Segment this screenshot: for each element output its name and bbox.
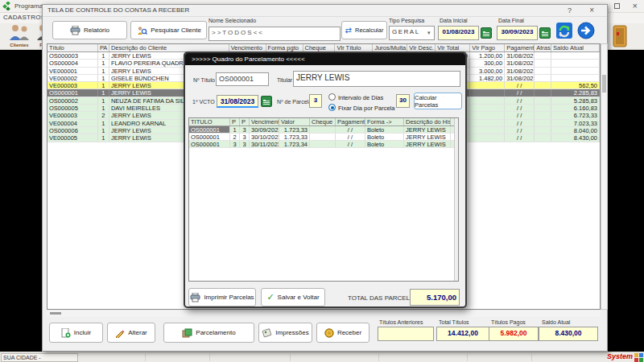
export-excel-button[interactable]	[555, 22, 573, 42]
cell-pa: 1	[98, 82, 109, 88]
receber-button[interactable]: Receber	[316, 323, 369, 343]
brand-logo-icon	[634, 353, 643, 362]
num-titulo-field[interactable]: OS000001	[216, 72, 269, 86]
saldo-atual-label: Saldo Atual	[542, 319, 570, 325]
cell-p1: 1	[230, 126, 240, 133]
column-header[interactable]: Pagamento	[336, 118, 365, 125]
table-row[interactable]: OS0000013330/11/20231.723,34/ /BoletoJER…	[189, 141, 458, 148]
column-header[interactable]: P	[230, 118, 240, 125]
column-header[interactable]: Forma pgto	[266, 44, 303, 51]
tipo-pesquisa-select[interactable]: GERAL ▾	[389, 26, 435, 40]
column-header[interactable]: Pagamento	[505, 44, 535, 51]
column-header[interactable]: Vlr Total	[436, 44, 470, 51]
scrollbar-thumb[interactable]	[50, 312, 61, 315]
menu-cadastros[interactable]: CADASTROS	[3, 14, 46, 21]
vertical-scrollbar[interactable]	[601, 43, 608, 310]
table-row[interactable]: OS0000012330/10/20231.723,33/ /BoletoJER…	[189, 134, 458, 141]
radio-fixar-dia[interactable]	[328, 104, 336, 111]
column-header[interactable]: Vencimento	[250, 118, 279, 125]
parcelas-table[interactable]: TITULOPPVencimentoValorChequePagamentoFo…	[188, 117, 459, 282]
window-titlebar[interactable]: TELA DE CONTROLE DO CONTAS A RECEBER ? ×	[43, 5, 607, 17]
vertical-scrollbar[interactable]	[454, 118, 459, 282]
clients-people-icon	[7, 24, 31, 42]
cell-descricao: JERRY LEWIS	[404, 134, 451, 140]
column-header[interactable]: Juros/Multa	[373, 44, 407, 51]
table-row[interactable]: OS0000011330/09/20231.723,33/ /BoletoJER…	[189, 126, 458, 134]
cell-forma: Boleto	[365, 141, 404, 147]
cell-atraso	[535, 112, 551, 118]
calendar-icon[interactable]	[481, 27, 492, 39]
cell-atraso	[535, 82, 551, 88]
column-header[interactable]: Vlr Desc.	[407, 44, 436, 51]
column-header[interactable]: PA	[98, 44, 109, 51]
column-header[interactable]: Descrição do His	[404, 118, 451, 125]
incluir-button[interactable]: Incluir	[49, 323, 103, 343]
titulos-pagos-field: 5.982,00	[489, 327, 539, 341]
nome-selecionado-field[interactable]: >>TODOS<<	[208, 27, 341, 41]
column-header[interactable]: Atraso	[535, 44, 551, 51]
help-icon[interactable]: ?	[568, 6, 572, 14]
salvar-voltar-button[interactable]: ✓ Salvar e Voltar	[261, 288, 325, 306]
column-header[interactable]: Título	[47, 44, 98, 51]
maximize-icon[interactable]	[614, 2, 620, 10]
cell-vlr_pago	[470, 105, 505, 111]
cell-p1: 2	[230, 134, 240, 140]
cell-vlr_pago: 1.482,00	[470, 75, 505, 81]
cell-pagamento: / /	[505, 120, 535, 126]
data-inicial-field[interactable]: 01/08/2023	[438, 26, 479, 40]
app-close-icon[interactable]: ×	[633, 1, 638, 10]
cell-p1: 3	[230, 141, 240, 147]
dialog-titlebar[interactable]: >>>>> Quadro do Parcelamento <<<<<	[185, 53, 465, 65]
dia-parcela-field[interactable]: 30	[396, 94, 410, 108]
column-header[interactable]: Vencimento	[229, 44, 266, 51]
cell-saldo: 8.430,00	[551, 134, 600, 141]
column-header[interactable]: Vlr Pago	[470, 44, 505, 51]
column-header[interactable]: TITULO	[189, 118, 230, 125]
radio-intervalo-label[interactable]: Intervalo de Dias	[338, 94, 383, 101]
imprimir-parcelas-button[interactable]: Imprimir Parcelas	[188, 288, 256, 306]
cell-pa: 1	[98, 120, 109, 126]
go-button[interactable]	[576, 22, 596, 42]
impressoes-button[interactable]: Impressões	[258, 323, 312, 343]
horizontal-scrollbar[interactable]	[47, 311, 601, 317]
calendar-icon[interactable]	[261, 96, 272, 107]
add-document-icon	[61, 328, 71, 338]
column-header[interactable]: Valor	[279, 118, 310, 125]
column-header[interactable]: Vlr Título	[335, 44, 373, 51]
relatorio-button[interactable]: Relatório	[52, 21, 127, 39]
column-header[interactable]: Cheque	[310, 118, 336, 125]
pesquisar-cliente-button[interactable]: Pesquisar Cliente	[130, 21, 207, 39]
close-icon[interactable]: ×	[589, 6, 594, 14]
scrollbar-thumb[interactable]	[602, 75, 606, 93]
cell-saldo: 8.040,00	[551, 127, 600, 134]
coin-icon	[324, 328, 334, 338]
calendar-icon[interactable]	[539, 27, 551, 39]
cell-titulo: OS000004	[47, 60, 98, 66]
num-parcelas-field[interactable]: 3	[309, 94, 322, 108]
nome-selecionado-label: Nome Selecionado	[208, 18, 256, 23]
toolbar-exit-button[interactable]	[612, 25, 630, 47]
column-header[interactable]: Saldo Atual	[551, 44, 600, 51]
column-header[interactable]: Descrição do Cliente	[109, 44, 229, 51]
column-header[interactable]: Cheque	[303, 44, 336, 51]
data-final-label: Data Final	[498, 18, 524, 23]
cell-atraso	[535, 97, 551, 104]
radio-intervalo-dias[interactable]	[328, 93, 336, 101]
check-icon: ✓	[266, 292, 274, 302]
titular-field[interactable]: JERRY LEWIS	[293, 71, 460, 87]
recalcular-button[interactable]: ⇄ Recalcular	[341, 21, 387, 39]
cell-pagamento: / /	[505, 127, 535, 134]
calcular-parcelas-button[interactable]: Calcular Parcelas	[414, 93, 462, 109]
data-final-field[interactable]: 30/09/2023	[497, 26, 538, 40]
radio-fixar-label[interactable]: Fixar Dia por Parcela	[338, 105, 394, 112]
column-header[interactable]: Forma ->	[365, 118, 404, 125]
cell-forma: Boleto	[365, 134, 404, 140]
parcelamento-button[interactable]: Parcelamento	[163, 323, 254, 343]
vcto-field[interactable]: 31/08/2023	[217, 95, 258, 108]
cell-pagamento: / /	[505, 89, 535, 96]
toolbar-clientes-button[interactable]: Clientes	[2, 24, 36, 47]
alterar-button[interactable]: Alterar	[107, 323, 155, 343]
cell-vencimento: 30/11/2023	[250, 141, 279, 147]
column-header[interactable]: P	[240, 118, 250, 125]
cell-descricao: JERRY LEWIS	[404, 141, 451, 147]
